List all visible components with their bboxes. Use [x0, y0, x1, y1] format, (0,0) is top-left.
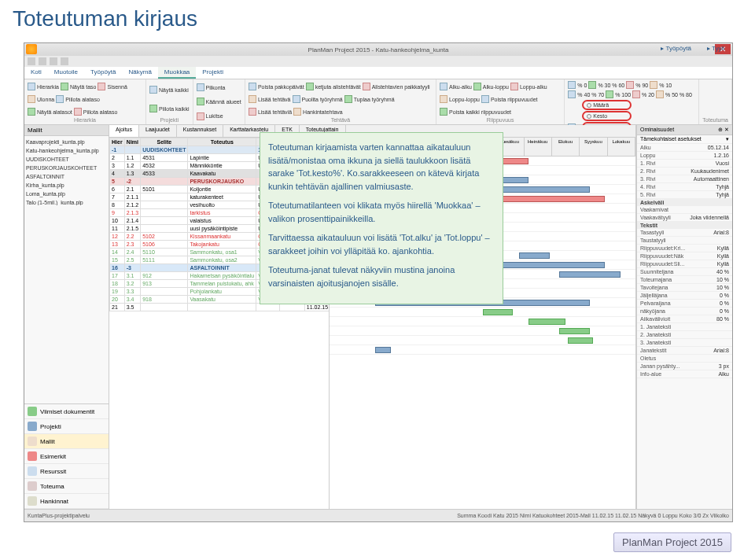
qat-icon[interactable] — [61, 57, 68, 65]
gantt-row[interactable] — [330, 345, 635, 355]
tree-item[interactable]: ASFALTOINNIT — [26, 172, 107, 181]
cell[interactable]: 912 — [141, 272, 188, 280]
cell[interactable]: 4533 — [141, 170, 188, 178]
cell[interactable]: uusi pysäköintipiste — [188, 225, 256, 233]
cell[interactable]: Takojankatu — [188, 241, 256, 249]
prop-row[interactable]: Suunniteljana40 % — [637, 268, 732, 276]
tree-item[interactable]: Kaavaprojekti_kunta.plp — [26, 138, 107, 146]
ribbon-tab-koti[interactable]: Koti — [24, 67, 48, 79]
cell[interactable]: PERUSKORJAUSKO — [188, 178, 256, 186]
cell[interactable]: 2.4 — [124, 249, 141, 256]
nav-item[interactable]: Toteuma — [24, 479, 109, 494]
cell[interactable] — [188, 146, 256, 154]
gantt-bar[interactable] — [559, 271, 621, 278]
prop-row[interactable]: Jäljelläjana0 % — [637, 292, 732, 300]
column-header[interactable]: Selite — [141, 138, 188, 146]
tree-item[interactable]: Loma_kunta.plp — [26, 190, 107, 198]
ribbon-button[interactable]: % 10 — [650, 81, 672, 89]
gantt-bar[interactable] — [498, 262, 605, 268]
ribbon-button[interactable]: Lukitse — [197, 110, 223, 123]
cell[interactable] — [141, 304, 188, 311]
cell[interactable] — [141, 288, 188, 296]
gantt-row[interactable] — [330, 326, 635, 336]
cell[interactable]: 10 — [110, 217, 125, 225]
cell[interactable]: 4532 — [141, 162, 188, 170]
cell[interactable]: 3 — [110, 162, 125, 170]
cell[interactable]: 19 — [110, 288, 125, 296]
ribbon-tab-projekti[interactable]: Projekti — [196, 67, 230, 79]
ribbon-right-työpöytä[interactable]: ▸ Työpöytä — [654, 43, 698, 53]
cell[interactable]: 14 — [110, 249, 125, 256]
cell[interactable] — [124, 146, 141, 154]
cell[interactable]: 5 — [110, 178, 125, 186]
ribbon-button[interactable]: Alistehtavien paikkatyyli — [363, 81, 430, 92]
ribbon-button[interactable]: Näytä alatasot — [28, 106, 72, 117]
cell[interactable]: 7 — [110, 193, 125, 201]
prop-row[interactable]: 3. Janateksti — [637, 339, 732, 347]
cell[interactable]: 6 — [110, 186, 125, 193]
cell[interactable]: 913 — [141, 280, 188, 288]
cell[interactable]: 3.5 — [124, 304, 141, 311]
ribbon-right-tyyli[interactable]: ▸ Tyyli — [701, 43, 731, 53]
ribbon-button[interactable]: Tuplaa työryhmä — [344, 94, 395, 105]
prop-row[interactable]: JanatekstitArial:8 — [637, 347, 732, 355]
cell[interactable] — [141, 264, 188, 272]
cell[interactable]: 2.1.5 — [124, 225, 141, 233]
cell[interactable]: Kaavakatu — [188, 170, 256, 178]
ribbon-button[interactable]: Loppu-alku — [510, 81, 547, 92]
cell[interactable]: 5102 — [141, 233, 188, 241]
cell[interactable]: -1 — [110, 146, 125, 154]
prop-row[interactable]: 1. Janateksti — [637, 323, 732, 331]
cell[interactable]: 2.1.3 — [124, 209, 141, 217]
prop-row[interactable]: Loppu1.2.16 — [637, 152, 732, 160]
tree-item[interactable]: Katu-hankeohjelma_kunta.plp — [26, 146, 107, 155]
project-tree[interactable]: Kaavaprojekti_kunta.plpKatu-hankeohjelma… — [24, 136, 109, 205]
cell[interactable]: Tammelan puistokatu, ahk — [188, 280, 256, 288]
cell[interactable]: 8 — [110, 201, 125, 209]
cell[interactable]: 5110 — [141, 249, 188, 256]
prop-row[interactable]: Vaakamivat — [637, 206, 732, 214]
cell[interactable]: 4531 — [141, 154, 188, 162]
ribbon-tab-näkymä[interactable]: Näkymä — [123, 67, 158, 79]
cell[interactable]: 12 — [110, 233, 125, 241]
cell[interactable]: -2 — [124, 178, 141, 186]
prop-row[interactable]: Riippuvuudet:NäkKyllä — [637, 252, 732, 260]
nav-item[interactable]: Resurssit — [24, 464, 109, 479]
ribbon-button[interactable]: Hankintatehtava — [293, 106, 343, 117]
cell[interactable]: Koljontie — [188, 186, 256, 193]
cell[interactable]: UUDISKOHTEET — [141, 146, 188, 154]
gantt-row[interactable] — [330, 317, 635, 326]
prop-row[interactable]: 3. RiviAutomaattinen — [637, 175, 732, 183]
cell[interactable]: 3.3 — [124, 288, 141, 296]
prop-row[interactable]: 2. RiviKuukaudenimet — [637, 168, 732, 175]
ribbon-button[interactable]: Puolita työryhmä — [293, 94, 343, 105]
main-tab[interactable]: Kustannukset — [177, 125, 223, 137]
ribbon-button[interactable]: % 90 — [626, 81, 648, 89]
gantt-bar[interactable] — [375, 347, 390, 353]
ribbon-button[interactable]: Piilota alataso — [56, 94, 100, 105]
cell[interactable]: 11 — [110, 225, 125, 233]
cell[interactable] — [256, 304, 279, 311]
prop-row[interactable]: TasastyyliArial:8 — [637, 229, 732, 237]
gantt-bar[interactable] — [483, 309, 514, 315]
cell[interactable]: 2.1 — [124, 186, 141, 193]
cell[interactable]: 20 — [110, 296, 125, 304]
cell[interactable]: 3.4 — [124, 296, 141, 304]
ribbon-button[interactable]: Piilota alataso — [74, 106, 118, 117]
cell[interactable]: 3.2 — [124, 280, 141, 288]
ribbon-button[interactable]: Näytä taso — [61, 81, 96, 92]
tree-item[interactable]: PERUSKORJAUSKOHTEET — [26, 164, 107, 172]
prop-row[interactable]: 5. RiviTyhjä — [637, 191, 732, 199]
qat-icon[interactable] — [50, 57, 57, 65]
cell[interactable]: Kissanmaankatu — [188, 233, 256, 241]
cell[interactable]: 5111 — [141, 256, 188, 264]
cell[interactable]: valaistus — [188, 217, 256, 225]
gantt-row[interactable] — [330, 336, 635, 345]
ribbon-button[interactable]: % 50 % 80 — [656, 90, 692, 98]
gantt-bar[interactable] — [498, 186, 590, 193]
ribbon-button[interactable]: Piilota kaikki — [149, 100, 190, 117]
tree-item[interactable]: UUDISKOHTEET — [26, 155, 107, 164]
prop-row[interactable]: Tavoitejana10 % — [637, 284, 732, 292]
cell[interactable] — [141, 193, 188, 201]
cell[interactable]: 1.2 — [124, 162, 141, 170]
